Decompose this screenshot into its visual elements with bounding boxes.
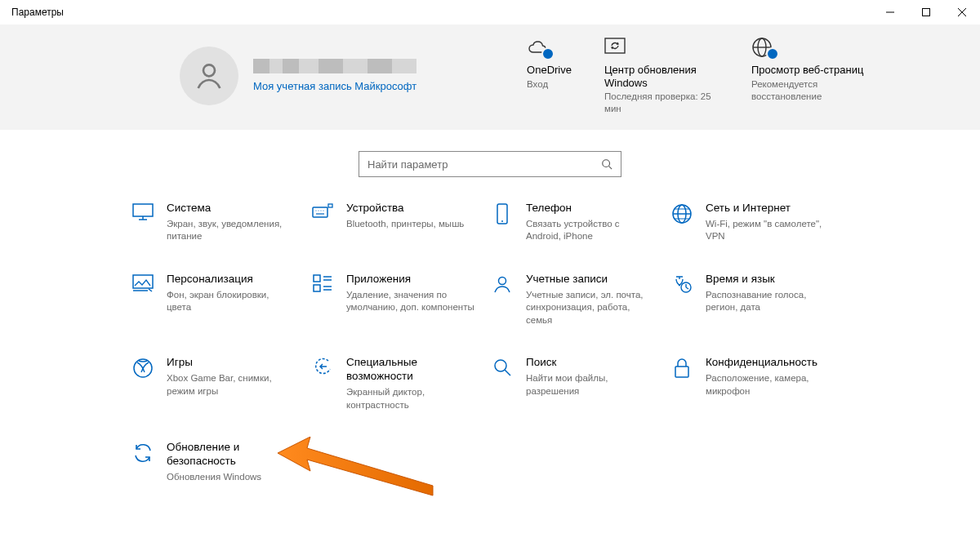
tile-title: Обновление и безопасность [167,441,296,469]
close-button[interactable] [944,0,980,24]
svg-rect-31 [314,285,320,291]
user-icon [492,274,512,294]
tile-time-language[interactable]: Время и языкРаспознавание голоса, регион… [670,273,849,327]
status-dot-icon [766,47,779,60]
svg-point-18 [323,210,323,211]
status-title: Просмотр веб-страниц [751,64,866,77]
tile-title: Время и язык [706,273,835,287]
minimize-button[interactable] [872,0,908,24]
tile-sub: Xbox Game Bar, снимки, режим игры [167,372,296,398]
tile-sub: Учетные записи, эл. почта, синхронизация… [526,289,655,327]
tile-network[interactable]: Сеть и ИнтернетWi-Fi, режим "в самолете"… [670,202,849,243]
tile-personalization[interactable]: ПерсонализацияФон, экран блокировки, цве… [131,273,310,327]
profile-name-redacted [253,59,416,73]
tile-update-security[interactable]: Обновление и безопасностьОбновления Wind… [131,441,310,483]
profile-block: Моя учетная запись Майкрософт [180,36,416,115]
tile-title: Персонализация [167,273,296,287]
svg-rect-28 [133,275,153,288]
svg-rect-14 [313,207,327,217]
maximize-button[interactable] [908,0,944,24]
svg-rect-1 [923,9,930,16]
tile-phone[interactable]: ТелефонСвязать устройство с Android, iPh… [490,202,670,243]
svg-rect-5 [605,38,625,53]
lock-icon [673,358,691,379]
settings-grid: СистемаЭкран, звук, уведомления, питание… [0,202,980,500]
search-placeholder: Найти параметр [368,158,448,171]
tile-gaming[interactable]: ИгрыXbox Game Bar, снимки, режим игры [131,356,310,411]
svg-rect-20 [328,204,332,207]
tile-title: Поиск [526,356,655,370]
svg-point-9 [603,160,610,167]
tile-title: Устройства [346,202,464,216]
tile-title: Сеть и Интернет [706,202,835,216]
tile-system[interactable]: СистемаЭкран, звук, уведомления, питание [131,202,310,243]
svg-point-36 [499,277,506,284]
status-title: OneDrive [527,64,572,77]
status-sub: Вход [527,78,572,91]
sync-icon [132,442,154,464]
header: Моя учетная запись Майкрософт OneDrive В… [0,24,980,130]
phone-icon [495,203,510,224]
search-row: Найти параметр [0,130,980,202]
svg-point-41 [495,360,506,371]
svg-point-22 [501,220,503,222]
tile-sub: Связать устройство с Android, iPhone [526,218,655,243]
svg-point-16 [318,210,318,211]
window-title: Параметры [11,7,64,18]
status-onedrive[interactable]: OneDrive Вход [527,36,572,115]
search-icon [492,358,512,377]
tile-sub: Удаление, значения по умолчанию, доп. ко… [346,289,475,314]
tile-privacy[interactable]: КонфиденциальностьРасположение, камера, … [670,356,849,411]
microsoft-account-link[interactable]: Моя учетная запись Майкрософт [253,80,416,92]
xbox-icon [132,358,154,379]
tile-sub: Расположение, камера, микрофон [706,372,835,398]
apps-icon [313,274,332,294]
tile-sub: Обновления Windows [167,471,296,484]
maximize-icon [922,8,930,16]
tile-sub: Распознавание голоса, регион, дата [706,289,835,314]
status-dot-icon [541,47,555,60]
settings-window: Параметры Моя учетная запись [0,0,980,551]
tile-search[interactable]: ПоискНайти мои файлы, разрешения [490,356,670,411]
window-controls [872,0,980,24]
tile-sub: Wi-Fi, режим "в самолете", VPN [706,218,835,243]
tile-title: Учетные записи [526,273,655,287]
svg-rect-43 [675,367,688,377]
status-sub: Последняя проверка: 25 мин [604,91,719,115]
status-sub: Рекомендуется восстановление [751,78,866,103]
tile-sub: Экран, звук, уведомления, питание [167,218,296,243]
tile-title: Система [167,202,296,216]
tile-accounts[interactable]: Учетные записиУчетные записи, эл. почта,… [490,273,670,327]
update-icon [604,38,626,57]
accessibility-icon [312,358,333,379]
status-title: Центр обновления Windows [604,64,719,89]
tile-devices[interactable]: УстройстваBluetooth, принтеры, мышь [310,202,490,243]
tile-ease-of-access[interactable]: Специальные возможностиЭкранный диктор, … [310,356,490,411]
status-windows-update[interactable]: Центр обновления Windows Последняя прове… [604,36,719,115]
keyboard-icon [312,203,333,221]
minimize-icon [886,8,894,16]
profile-info: Моя учетная запись Майкрософт [253,59,416,92]
status-web-browsing[interactable]: Просмотр веб-страниц Рекомендуется восст… [751,36,866,115]
tile-title: Игры [167,356,296,370]
tile-title: Телефон [526,202,655,216]
time-language-icon [671,274,693,294]
search-input[interactable]: Найти параметр [359,151,621,177]
svg-point-15 [315,210,316,211]
globe-icon [671,203,693,224]
svg-rect-30 [314,275,320,282]
tile-title: Приложения [346,273,475,287]
svg-point-17 [320,210,321,211]
user-icon [193,60,225,92]
tile-sub: Фон, экран блокировки, цвета [167,289,296,314]
svg-line-39 [686,287,688,289]
monitor-icon [132,203,154,221]
avatar[interactable] [180,47,238,105]
tile-sub: Найти мои файлы, разрешения [526,372,655,398]
tile-title: Специальные возможности [346,356,475,384]
tile-title: Конфиденциальность [706,356,835,370]
status-tiles: OneDrive Вход Центр обновления Windows П… [527,36,866,115]
tile-sub: Экранный диктор, контрастность [346,386,475,411]
svg-line-10 [609,167,612,170]
tile-apps[interactable]: ПриложенияУдаление, значения по умолчани… [310,273,490,327]
